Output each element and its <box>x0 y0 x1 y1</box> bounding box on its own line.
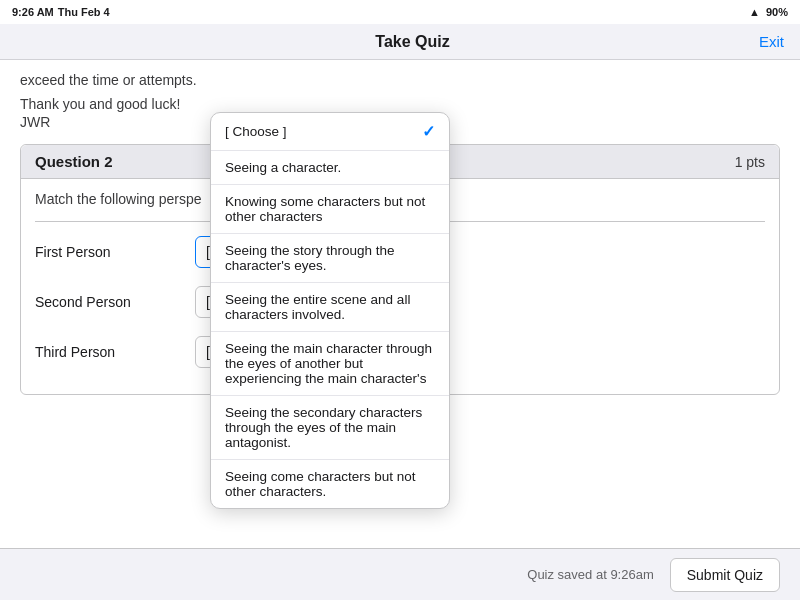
thanks-text: Thank you and good luck! <box>20 96 780 112</box>
first-person-label: First Person <box>35 244 195 260</box>
status-bar: 9:26 AM Thu Feb 4 ▲ 90% <box>0 0 800 24</box>
dropdown-item-label: Seeing the secondary characters through … <box>225 405 435 450</box>
question-title: Question 2 <box>35 153 113 170</box>
second-person-label: Second Person <box>35 294 195 310</box>
status-time: 9:26 AM <box>12 6 54 18</box>
dropdown-item-label: Knowing some characters but not other ch… <box>225 194 435 224</box>
footer: Quiz saved at 9:26am Submit Quiz <box>0 548 800 600</box>
dropdown-item-7[interactable]: Seeing come characters but not other cha… <box>211 460 449 508</box>
dropdown-item-label: Seeing a character. <box>225 160 341 175</box>
dropdown-item-5[interactable]: Seeing the main character through the ey… <box>211 332 449 396</box>
dropdown-item-choose[interactable]: [ Choose ] ✓ <box>211 113 449 151</box>
dropdown-menu: [ Choose ] ✓ Seeing a character. Knowing… <box>210 112 450 509</box>
third-person-label: Third Person <box>35 344 195 360</box>
wifi-icon: ▲ <box>749 6 760 18</box>
dropdown-item-3[interactable]: Seeing the story through the character's… <box>211 234 449 283</box>
exit-button[interactable]: Exit <box>759 33 784 50</box>
dropdown-item-label: Seeing come characters but not other cha… <box>225 469 435 499</box>
dropdown-item-1[interactable]: Seeing a character. <box>211 151 449 185</box>
check-icon: ✓ <box>422 122 435 141</box>
page-title: Take Quiz <box>66 33 759 51</box>
submit-quiz-button[interactable]: Submit Quiz <box>670 558 780 592</box>
status-date: Thu Feb 4 <box>58 6 110 18</box>
dropdown-item-label: Seeing the main character through the ey… <box>225 341 435 386</box>
quiz-saved-text: Quiz saved at 9:26am <box>527 567 653 582</box>
dropdown-item-6[interactable]: Seeing the secondary characters through … <box>211 396 449 460</box>
question-points: 1 pts <box>735 154 765 170</box>
dropdown-item-label: [ Choose ] <box>225 124 287 139</box>
dropdown-item-label: Seeing the entire scene and all characte… <box>225 292 435 322</box>
dropdown-item-2[interactable]: Knowing some characters but not other ch… <box>211 185 449 234</box>
header: Take Quiz Exit <box>0 24 800 60</box>
battery-icon: 90% <box>766 6 788 18</box>
intro-line1: exceed the time or attempts. <box>20 72 780 88</box>
dropdown-item-label: Seeing the story through the character's… <box>225 243 435 273</box>
dropdown-item-4[interactable]: Seeing the entire scene and all characte… <box>211 283 449 332</box>
main-content: exceed the time or attempts. Thank you a… <box>0 60 800 548</box>
